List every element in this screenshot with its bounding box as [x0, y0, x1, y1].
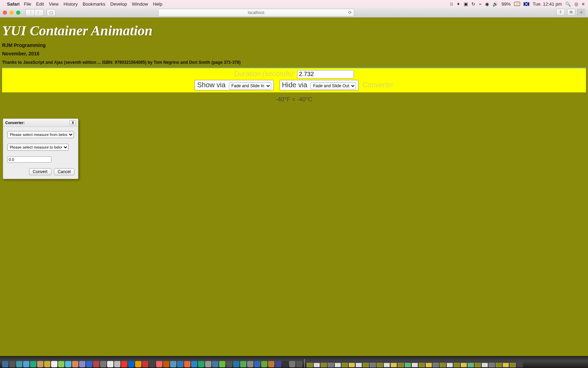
trash-icon[interactable] — [517, 361, 523, 367]
minimized-window[interactable] — [328, 363, 334, 367]
minimized-window[interactable] — [503, 363, 509, 367]
minimized-window[interactable] — [377, 363, 383, 367]
minimized-window[interactable] — [335, 363, 341, 367]
dock-app-icon[interactable] — [177, 361, 183, 367]
share-button[interactable]: ⇪ — [556, 9, 565, 16]
minimized-window[interactable] — [349, 363, 355, 367]
menu-edit[interactable]: Edit — [36, 1, 44, 7]
minimized-window[interactable] — [412, 363, 418, 367]
convert-button[interactable]: Convert — [29, 168, 51, 175]
sidebar-button[interactable]: ▢ — [47, 9, 56, 16]
menu-history[interactable]: History — [63, 1, 77, 7]
dock-app-icon[interactable] — [268, 361, 274, 367]
dock-app-icon[interactable] — [254, 361, 260, 367]
hide-select[interactable]: Fade and Slide Out — [310, 82, 356, 89]
bluetooth-icon[interactable]: ⌁ — [479, 1, 482, 7]
measure-from-select[interactable]: Please select measure from below ... — [7, 131, 74, 138]
minimized-window[interactable] — [433, 363, 439, 367]
minimized-window[interactable] — [391, 363, 397, 367]
flag-icon[interactable] — [524, 2, 529, 6]
converter-close-button[interactable]: X — [70, 120, 76, 125]
minimized-window[interactable] — [307, 363, 313, 367]
minimized-window[interactable] — [398, 363, 404, 367]
minimize-icon[interactable] — [9, 11, 14, 15]
dock-app-icon[interactable] — [226, 361, 232, 367]
dock-app-icon[interactable] — [289, 361, 295, 367]
dock-app-icon[interactable] — [198, 361, 204, 367]
dock-app-icon[interactable] — [65, 361, 71, 367]
dock-app-icon[interactable] — [121, 361, 127, 367]
address-bar[interactable]: localhost ⟳ — [158, 9, 354, 16]
minimized-window[interactable] — [370, 363, 376, 367]
tabs-button[interactable]: ⧉ — [567, 9, 575, 16]
minimized-window[interactable] — [356, 363, 362, 367]
new-tab-button[interactable]: ＋ — [578, 9, 585, 16]
reload-icon[interactable]: ⟳ — [348, 10, 352, 15]
dock-app-icon[interactable] — [170, 361, 176, 367]
minimized-window[interactable] — [461, 363, 467, 367]
show-select[interactable]: Fade and Slide In — [229, 82, 271, 89]
dock-app-icon[interactable] — [156, 361, 162, 367]
converter-value-input[interactable] — [7, 156, 51, 163]
minimized-window[interactable] — [342, 363, 348, 367]
minimized-window[interactable] — [321, 363, 327, 367]
clock[interactable]: Tue. 12:41 pm — [533, 1, 562, 7]
dock-app-icon[interactable] — [282, 361, 288, 367]
dock-app-icon[interactable] — [9, 361, 15, 367]
status-icon[interactable]: ▣ — [464, 1, 468, 7]
safari-icon[interactable] — [23, 361, 29, 367]
menu-view[interactable]: View — [49, 1, 59, 7]
minimized-window[interactable] — [510, 363, 516, 367]
dock-app-icon[interactable] — [79, 361, 85, 367]
back-button[interactable]: 〈 — [25, 9, 34, 16]
duration-input[interactable] — [297, 70, 354, 79]
minimized-window[interactable] — [475, 363, 481, 367]
minimized-window[interactable] — [489, 363, 495, 367]
dock-app-icon[interactable] — [296, 361, 302, 367]
dock-app-icon[interactable] — [100, 361, 106, 367]
dock-app-icon[interactable] — [16, 361, 22, 367]
dock-app-icon[interactable] — [51, 361, 57, 367]
dock-app-icon[interactable] — [142, 361, 148, 367]
timemachine-icon[interactable]: ↻ — [471, 1, 475, 7]
menu-file[interactable]: File — [24, 1, 31, 7]
dock-app-icon[interactable] — [219, 361, 225, 367]
dock-app-icon[interactable] — [107, 361, 113, 367]
menu-help[interactable]: Help — [153, 1, 162, 7]
wifi-icon[interactable]: ◉ — [485, 1, 489, 7]
menu-window[interactable]: Window — [132, 1, 148, 7]
minimized-window[interactable] — [419, 363, 425, 367]
minimized-window[interactable] — [405, 363, 411, 367]
dock-app-icon[interactable] — [30, 361, 36, 367]
minimized-window[interactable] — [426, 363, 432, 367]
dock-app-icon[interactable] — [44, 361, 50, 367]
cancel-button[interactable]: Cancel — [54, 168, 75, 175]
status-icon[interactable]: ⁞⁞ — [450, 1, 453, 7]
menu-bookmarks[interactable]: Bookmarks — [83, 1, 105, 7]
dock-app-icon[interactable] — [86, 361, 92, 367]
close-icon[interactable] — [3, 11, 7, 15]
dock-app-icon[interactable] — [205, 361, 211, 367]
dock-app-icon[interactable] — [58, 361, 64, 367]
menu-develop[interactable]: Develop — [110, 1, 127, 7]
dock-app-icon[interactable] — [72, 361, 78, 367]
converter-link[interactable]: Converter — [363, 81, 393, 89]
minimized-window[interactable] — [447, 363, 453, 367]
dock-app-icon[interactable] — [275, 361, 281, 367]
dock-app-icon[interactable] — [261, 361, 267, 367]
dock-app-icon[interactable] — [247, 361, 253, 367]
dock-app-icon[interactable] — [233, 361, 239, 367]
dock-app-icon[interactable] — [149, 361, 155, 367]
dock-app-icon[interactable] — [240, 361, 246, 367]
forward-button[interactable]: 〉 — [34, 9, 44, 16]
siri-icon[interactable]: ◎ — [574, 1, 578, 7]
volume-icon[interactable]: 🔊 — [492, 1, 498, 7]
spotlight-icon[interactable]: 🔍 — [565, 1, 571, 7]
status-icon[interactable]: ✦ — [456, 1, 460, 7]
dock-app-icon[interactable] — [212, 361, 218, 367]
minimized-window[interactable] — [384, 363, 390, 367]
minimized-window[interactable] — [440, 363, 446, 367]
maximize-icon[interactable] — [16, 11, 20, 15]
dock-app-icon[interactable] — [93, 361, 99, 367]
minimized-window[interactable] — [314, 363, 320, 367]
